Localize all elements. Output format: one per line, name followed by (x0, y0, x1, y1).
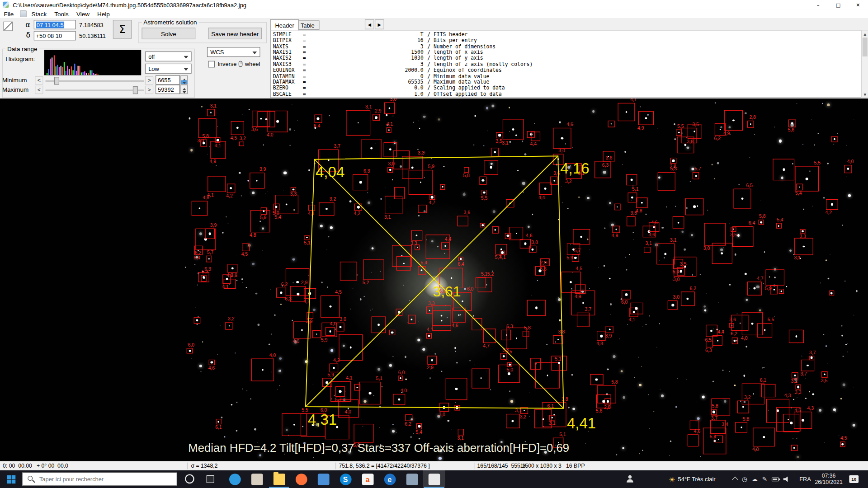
maximum-slider[interactable] (45, 89, 144, 91)
histogram-bar (79, 66, 80, 75)
minimum-input[interactable]: 6655 (156, 75, 180, 85)
histogram-bar (55, 66, 56, 75)
taskbar-app-calculator[interactable] (312, 470, 335, 488)
histogram-bar (66, 71, 66, 75)
maximum-step-down-button[interactable]: < (35, 86, 43, 94)
fits-line: NAXIS3=3/ length of z axis (mostly color… (273, 61, 859, 67)
gamma-dropdown[interactable]: Low (145, 64, 192, 74)
wcs-value: WCS (210, 49, 224, 56)
minimize-button[interactable]: – (808, 0, 828, 9)
weather-text: 54°F Très clair (678, 476, 716, 483)
inverse-wheel-label: Inverse wheel (217, 60, 260, 67)
minimum-label: Minimum (2, 77, 27, 84)
firefox-icon (295, 474, 307, 485)
app-icon (3, 2, 9, 8)
maximum-spinner[interactable] (180, 84, 188, 94)
taskbar-app-app-media[interactable] (224, 470, 246, 488)
scrollbar-thumb[interactable] (863, 38, 868, 56)
taskbar-app-skype[interactable]: S (335, 470, 357, 488)
minimum-step-down-button[interactable]: < (35, 76, 43, 84)
maximum-step-up-button[interactable]: > (145, 86, 153, 94)
cortana-icon[interactable] (185, 474, 194, 483)
fits-header-panel: SIMPLE=T/ FITS headerBITPIX=16/ Bits per… (270, 30, 862, 98)
stretch-dropdown[interactable]: off (145, 52, 192, 61)
taskbar-search[interactable] (22, 473, 177, 486)
hfd-summary: Median HFD=4.2 Tilt[HFD]=0,37 Stars=337 … (188, 441, 569, 455)
fits-line: NAXIS=3/ Number of dimensions (273, 43, 859, 49)
maximum-input[interactable]: 59392 (156, 84, 180, 94)
menu-tools[interactable]: Tools (51, 10, 73, 17)
histogram-bar (76, 71, 77, 75)
minimum-step-up-button[interactable]: > (145, 76, 153, 84)
speaker-icon[interactable] (783, 476, 789, 482)
hfd-bottom-right: 4,41 (567, 415, 596, 432)
delta-input[interactable]: +50 08 10 (34, 31, 76, 41)
histogram-bar (62, 67, 63, 75)
taskbar-app-astap[interactable] (423, 470, 445, 488)
fits-line: SIMPLE=T/ FITS header (273, 32, 859, 38)
task-view-icon[interactable] (207, 475, 214, 483)
alpha-input[interactable]: 07 11 04.5 (34, 20, 76, 29)
sigma-button[interactable]: Σ (113, 20, 132, 39)
calculator-icon (317, 474, 329, 485)
menu-view[interactable]: View (72, 10, 93, 17)
minimum-slider[interactable] (45, 80, 144, 82)
scroll-up-icon[interactable]: ▲ (862, 30, 868, 37)
fits-line: BZERO=0.0/ Scaling applied to data (273, 85, 859, 91)
tray-icons: ◷ ☁ ✎ (742, 470, 789, 488)
minimum-value: 6655 (158, 77, 171, 84)
histogram-bar (94, 74, 95, 75)
taskbar-app-firefox[interactable] (290, 470, 312, 488)
save-new-header-button[interactable]: Save new header (208, 28, 262, 39)
people-icon[interactable] (627, 475, 633, 483)
taskbar-app-edge[interactable]: e (379, 470, 401, 488)
maximize-button[interactable]: □ (828, 0, 848, 9)
status-coordinates: 0: 00 00.00 + 0° 00 00.0 (3, 463, 68, 469)
menu-help[interactable]: Help (93, 10, 113, 17)
menu-stack[interactable]: Stack (28, 10, 51, 17)
language-indicator[interactable]: FRA (799, 476, 811, 483)
onedrive-cloud-icon[interactable]: ☁ (751, 475, 757, 483)
fits-scrollbar[interactable]: ▲ ▼ (861, 30, 868, 98)
status-separator (576, 463, 576, 469)
scroll-down-icon[interactable]: ▼ (862, 91, 868, 98)
solve-button[interactable]: Solve (142, 28, 195, 39)
inverse-wheel-checkbox[interactable] (208, 61, 215, 68)
weather-widget[interactable]: ☀ 54°F Très clair (669, 470, 715, 488)
tab-table[interactable]: Table (296, 20, 320, 30)
window-title: C:\Users\sauveur\Desktop\clyde\M74.thumb… (13, 1, 246, 8)
start-button[interactable] (0, 470, 22, 488)
battery-icon[interactable] (772, 477, 779, 481)
histogram-label: Histogram: (5, 55, 35, 62)
histogram-bar (67, 66, 68, 75)
tab-header[interactable]: Header (270, 19, 299, 30)
taskbar-app-app-store[interactable] (246, 470, 268, 488)
taskbar-app-app-a[interactable]: a (357, 470, 379, 488)
flip-button[interactable] (3, 22, 13, 31)
tab-next-button[interactable]: ▶ (375, 19, 384, 29)
notification-center-icon[interactable]: 10 (849, 475, 859, 483)
taskbar-app-file-explorer[interactable] (268, 470, 290, 488)
histogram-bar (69, 69, 70, 75)
tab-prev-button[interactable]: ◀ (365, 19, 374, 29)
delta-label: δ (26, 31, 31, 39)
stretch-value: off (148, 53, 155, 60)
maximum-slider-thumb[interactable] (133, 86, 138, 94)
taskbar-app-app-blue[interactable] (401, 470, 423, 488)
clock[interactable]: 07:36 26/10/2021 (813, 473, 845, 486)
titlebar: C:\Users\sauveur\Desktop\clyde\M74.thumb… (0, 0, 868, 9)
tray-expand-icon[interactable] (732, 477, 738, 483)
search-input[interactable] (23, 473, 176, 485)
histogram-bar (86, 73, 87, 75)
taskbar-apps: Sae (224, 470, 445, 488)
minimum-slider-thumb[interactable] (54, 77, 59, 84)
windows-ink-pen-icon[interactable]: ✎ (762, 475, 767, 483)
wcs-dropdown[interactable]: WCS (207, 47, 260, 57)
close-button[interactable]: ✕ (848, 0, 868, 9)
update-clock-icon[interactable]: ◷ (742, 475, 747, 483)
image-viewer[interactable]: 6,32,93,74,23,74,04,64,35,66,44,63,43,94… (0, 99, 868, 461)
minimum-spinner[interactable] (180, 75, 188, 85)
delta-value: +50 08 10 (36, 33, 62, 39)
status-separator (335, 463, 336, 469)
menu-file[interactable]: File (0, 10, 18, 17)
